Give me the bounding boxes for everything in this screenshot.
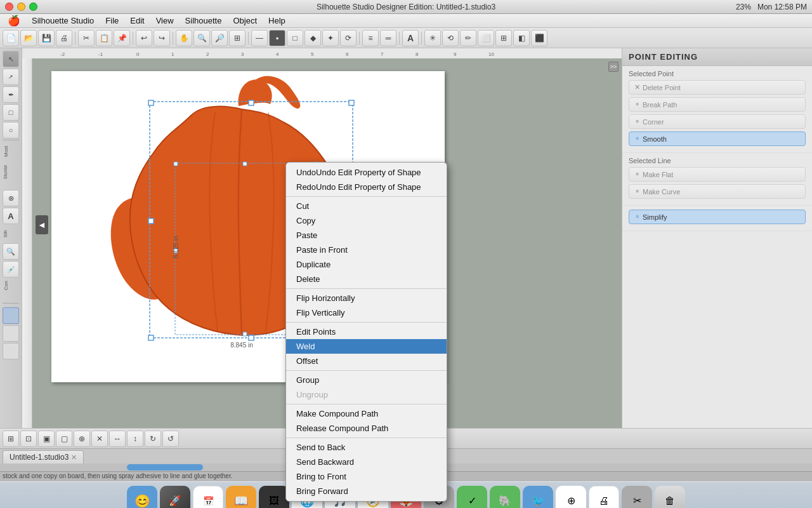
ctx-release-compound[interactable]: Release Compound Path: [286, 421, 447, 436]
ctx-send-backward[interactable]: Send Backward: [286, 455, 447, 469]
stroke-btn[interactable]: □: [287, 30, 303, 46]
magnify-tool[interactable]: 🔍: [3, 243, 19, 260]
ctx-edit-points[interactable]: Edit Points: [286, 324, 447, 339]
star-btn[interactable]: ✦: [322, 30, 339, 46]
line-style[interactable]: —: [251, 30, 268, 46]
delete-button[interactable]: ✕: [91, 431, 108, 447]
menu-view[interactable]: View: [151, 15, 179, 27]
menu-help[interactable]: Help: [263, 15, 291, 27]
cut-button[interactable]: ✂: [78, 30, 95, 46]
handle-tl[interactable]: [148, 100, 154, 105]
print-button[interactable]: 🖨: [56, 30, 72, 46]
inner-handle-tl[interactable]: [174, 162, 178, 166]
expand-button[interactable]: >>: [608, 62, 619, 72]
dock-evernote[interactable]: 🐘: [490, 486, 520, 509]
ctx-bring-front[interactable]: Bring to Front: [286, 469, 447, 484]
break-path-button[interactable]: ⚬ Break Path: [629, 97, 806, 112]
bitmap-tb[interactable]: ⬛: [531, 30, 547, 46]
fill-btn[interactable]: ▪: [269, 30, 285, 46]
shape-btn[interactable]: ◆: [304, 30, 321, 46]
menu-object[interactable]: Object: [228, 15, 262, 27]
maximize-button[interactable]: [29, 3, 37, 11]
thick-line[interactable]: ≡: [362, 30, 379, 46]
ctx-ungroup[interactable]: Ungroup: [286, 387, 447, 402]
align-button[interactable]: ⊞: [3, 431, 19, 447]
open-button[interactable]: 📂: [20, 30, 37, 46]
ctx-flip-v[interactable]: Flip Vertically: [286, 305, 447, 320]
zoom-out-button[interactable]: 🔎: [211, 30, 228, 46]
ctx-delete[interactable]: Delete: [286, 272, 447, 286]
redo-button[interactable]: ↪: [154, 30, 170, 46]
dock-silhouette[interactable]: ⊕: [556, 486, 586, 509]
thin-line[interactable]: ═: [380, 30, 396, 46]
pen-tool[interactable]: ✒: [3, 86, 19, 103]
zoom-in-button[interactable]: 🔍: [193, 30, 210, 46]
minimize-button[interactable]: [17, 3, 25, 11]
handle-bl[interactable]: [148, 335, 154, 340]
ungroup-button[interactable]: ▢: [56, 431, 72, 447]
menu-silhouette-studio[interactable]: Silhouette Studio: [27, 15, 99, 27]
eyedropper-tool[interactable]: 💉: [3, 261, 19, 277]
menu-edit[interactable]: Edit: [125, 15, 149, 27]
pointer-tool[interactable]: ↖: [3, 51, 19, 67]
dock-scissors[interactable]: ✂: [622, 486, 652, 509]
dock-ibooks[interactable]: 📖: [226, 486, 256, 509]
node-btn[interactable]: ✳: [424, 30, 441, 46]
ctx-make-compound[interactable]: Make Compound Path: [286, 406, 447, 421]
ctx-weld[interactable]: Weld: [286, 339, 447, 354]
grid-tb[interactable]: ⊞: [495, 30, 512, 46]
make-flat-button[interactable]: ⚬ Make Flat: [629, 167, 806, 182]
bool-button[interactable]: ⊕: [74, 431, 90, 447]
pen-tb[interactable]: ✏: [460, 30, 476, 46]
eraser-tb[interactable]: ⬜: [478, 30, 494, 46]
ctx-undo[interactable]: UndoUndo Edit Property of Shape: [286, 165, 447, 180]
simplify-button[interactable]: ⚬ Simplify: [629, 210, 806, 224]
rectangle-tool[interactable]: □: [3, 104, 19, 121]
edit-btn[interactable]: ⟲: [442, 30, 459, 46]
ctx-cut[interactable]: Cut: [286, 199, 447, 213]
group-button[interactable]: ▣: [38, 431, 55, 447]
handle-bc[interactable]: [249, 335, 254, 340]
dock-photos[interactable]: 🖼: [259, 486, 289, 509]
ctx-bring-forward[interactable]: Bring Forward: [286, 484, 447, 498]
ctx-paste-front[interactable]: Paste in Front: [286, 243, 447, 257]
dock-wunderkinder[interactable]: ✓: [457, 486, 487, 509]
handle-ml[interactable]: [148, 218, 154, 224]
close-button[interactable]: [5, 3, 13, 11]
ctx-redo[interactable]: RedoUndo Edit Property of Shape: [286, 180, 447, 194]
new-button[interactable]: 📄: [3, 30, 19, 46]
dock-print[interactable]: 🖨: [589, 486, 619, 509]
thumb-1[interactable]: [3, 307, 19, 324]
tab-close-button[interactable]: ✕: [71, 453, 77, 462]
handle-tr[interactable]: [349, 100, 354, 105]
thumb-2[interactable]: [3, 325, 19, 342]
apple-menu[interactable]: 🍎: [3, 15, 25, 27]
ctx-copy[interactable]: Copy: [286, 213, 447, 228]
corner-button[interactable]: ⚬ Corner: [629, 114, 806, 129]
inner-handle-bc[interactable]: [243, 332, 247, 336]
crop-tool[interactable]: ⊗: [3, 190, 19, 206]
nav-arrow-left[interactable]: ◄: [36, 215, 48, 234]
ctx-flip-h[interactable]: Flip Horizontally: [286, 291, 447, 305]
dock-finder[interactable]: 😊: [127, 486, 157, 509]
layers-tb[interactable]: ◧: [513, 30, 530, 46]
flip-v-button[interactable]: ↕: [127, 431, 143, 447]
hand-tool[interactable]: ✋: [176, 30, 192, 46]
distribute-button[interactable]: ⊡: [20, 431, 37, 447]
undo-button[interactable]: ↩: [136, 30, 152, 46]
tab-untitled[interactable]: Untitled-1.studio3 ✕: [3, 450, 84, 464]
arrow-btn[interactable]: ⟳: [340, 30, 357, 46]
paste-button[interactable]: 📌: [114, 30, 130, 46]
scroll-thumb[interactable]: [127, 464, 203, 471]
node-edit-tool[interactable]: ↗: [3, 69, 19, 85]
dock-launchpad[interactable]: 🚀: [160, 486, 190, 509]
save-button[interactable]: 💾: [38, 30, 55, 46]
delete-point-button[interactable]: ✕ Delete Point: [629, 80, 806, 95]
handle-tc[interactable]: [249, 100, 254, 105]
smooth-button[interactable]: ⚬ Smooth: [629, 131, 806, 146]
make-curve-button[interactable]: ⚬ Make Curve: [629, 184, 806, 199]
ctx-offset[interactable]: Offset: [286, 354, 447, 368]
inner-handle-tc[interactable]: [243, 162, 247, 166]
rotate-cw[interactable]: ↻: [145, 431, 161, 447]
dock-calendar[interactable]: 📅: [193, 486, 223, 509]
